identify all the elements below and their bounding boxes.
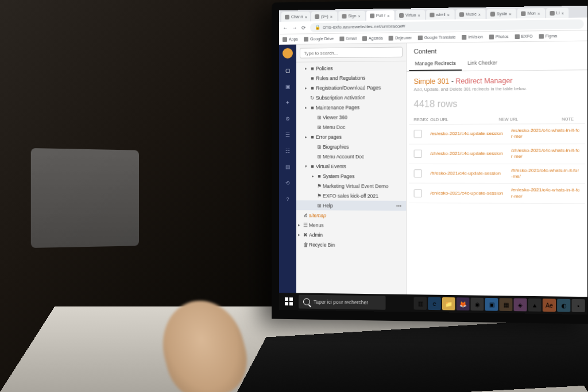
- node-actions-icon[interactable]: •••: [394, 203, 404, 208]
- bookmark-item[interactable]: Dejeuner: [389, 36, 412, 41]
- close-icon[interactable]: ×: [537, 11, 541, 15]
- regex-checkbox[interactable]: [414, 189, 422, 197]
- expand-icon[interactable]: ▸: [303, 66, 309, 71]
- expand-icon[interactable]: ▸: [296, 223, 302, 227]
- help-icon[interactable]: ?: [284, 195, 292, 203]
- browser-tab[interactable]: (9+)×: [311, 11, 337, 21]
- col-note[interactable]: NOTE: [562, 117, 581, 121]
- col-old-url[interactable]: OLD URL: [430, 117, 498, 122]
- close-icon[interactable]: ×: [447, 13, 451, 16]
- expand-icon[interactable]: ▸: [310, 174, 316, 178]
- close-icon[interactable]: ×: [330, 14, 334, 18]
- expand-icon[interactable]: ▾: [303, 164, 309, 169]
- regex-checkbox[interactable]: [414, 169, 422, 177]
- taskbar-app-icon[interactable]: ▣: [485, 298, 498, 311]
- bookmark-item[interactable]: Google Drive: [304, 36, 334, 41]
- tree-node[interactable]: ⚑EXFO sales kick-off 2021: [296, 191, 406, 201]
- content-section-icon[interactable]: ▢: [284, 67, 292, 75]
- taskbar-app-icon[interactable]: ▲: [528, 298, 541, 312]
- col-new-url[interactable]: NEW URL: [499, 117, 562, 122]
- close-icon[interactable]: ×: [387, 14, 390, 17]
- expand-icon[interactable]: ▸: [303, 105, 309, 110]
- expand-icon[interactable]: ▸: [303, 86, 309, 90]
- taskbar-search[interactable]: Taper ici pour rechercher: [299, 294, 386, 309]
- members-section-icon[interactable]: ☷: [284, 147, 292, 155]
- close-icon[interactable]: ×: [358, 14, 361, 17]
- tree-node[interactable]: ↻Subscription Activation: [296, 92, 406, 102]
- taskbar-app-icon[interactable]: ▪: [571, 299, 585, 312]
- bookmark-item[interactable]: Agenda: [362, 36, 383, 41]
- table-row[interactable]: /en/esko-2021/c4c-update-session/en/esko…: [409, 184, 585, 204]
- tree-node[interactable]: 🗎Help•••: [296, 200, 406, 211]
- browser-tab[interactable]: Li×: [546, 7, 569, 18]
- table-row[interactable]: /fr/esko-2021/c4c-update-session/fr/esko…: [409, 164, 585, 184]
- browser-tab[interactable]: Sign×: [338, 11, 365, 21]
- bookmark-item[interactable]: InVision: [462, 34, 483, 40]
- taskbar-edge-icon[interactable]: e: [428, 297, 441, 311]
- tree-node[interactable]: 🗎Menu Account Doc: [296, 152, 406, 161]
- regex-checkbox[interactable]: [414, 150, 422, 158]
- close-icon[interactable]: ×: [305, 15, 308, 18]
- close-icon[interactable]: ×: [509, 12, 512, 15]
- tree-node[interactable]: ▸■Policies: [296, 63, 406, 73]
- tree-node[interactable]: 🗑Recycle Bin: [296, 239, 406, 250]
- tree-node[interactable]: ▸■System Pages: [296, 171, 406, 181]
- bookmark-item[interactable]: Apps: [283, 37, 298, 41]
- taskbar-chrome-icon[interactable]: ◉: [471, 298, 484, 311]
- browser-tab[interactable]: Virtua×: [395, 10, 424, 20]
- gear-icon[interactable]: ⚙: [284, 115, 292, 123]
- taskbar-firefox-icon[interactable]: 🦊: [457, 297, 470, 311]
- bookmark-item[interactable]: Google Translate: [417, 35, 455, 40]
- close-icon[interactable]: ×: [418, 13, 421, 17]
- address-bar[interactable]: 🔒 cms-exfo.azurewebsites.net/umbraco/#/: [310, 19, 584, 32]
- tree-node[interactable]: ⚑Marketing Virtual Event Demo: [296, 181, 406, 191]
- table-row[interactable]: /zh/esko-2021/c4c-update-session/zh/esko…: [409, 144, 585, 164]
- bookmark-item[interactable]: Figma: [539, 33, 557, 38]
- tree-node[interactable]: ▸■Maintenance Pages: [296, 102, 406, 112]
- taskbar-app-icon[interactable]: ◈: [514, 298, 527, 312]
- col-regex[interactable]: REGEX: [414, 118, 431, 122]
- bookmark-item[interactable]: Gmail: [339, 36, 357, 41]
- tree-node[interactable]: 🗎Biographies: [296, 142, 406, 152]
- forms-section-icon[interactable]: ▤: [284, 163, 292, 171]
- start-button[interactable]: [281, 294, 296, 309]
- taskbar-app-icon[interactable]: Ae: [543, 298, 556, 312]
- browser-tab[interactable]: Chann×: [281, 11, 310, 22]
- tree-node[interactable]: ▸✖Admin: [296, 230, 406, 240]
- tree-node[interactable]: 🗎Menu Doc: [296, 122, 406, 132]
- close-icon[interactable]: ×: [478, 12, 482, 15]
- search-input[interactable]: [300, 47, 403, 59]
- tree-node[interactable]: ■Rules and Regulations: [296, 72, 406, 83]
- content-tab[interactable]: Manage Redirects: [409, 57, 462, 71]
- tree-node[interactable]: ▸■Registration/Download Pages: [296, 82, 406, 93]
- browser-tab[interactable]: wireli×: [426, 9, 454, 20]
- bookmark-item[interactable]: EXFO: [514, 34, 532, 39]
- bookmark-item[interactable]: Photos: [489, 34, 509, 40]
- back-icon[interactable]: ←: [283, 25, 288, 30]
- forward-icon[interactable]: →: [292, 25, 297, 30]
- tree-node[interactable]: 🗎Viewer 360: [296, 112, 406, 122]
- expand-icon[interactable]: ▸: [303, 134, 309, 139]
- browser-tab[interactable]: Mon×: [517, 8, 545, 18]
- content-tab[interactable]: Link Checker: [462, 56, 503, 71]
- settings-section-icon[interactable]: ✦: [284, 99, 292, 107]
- users-section-icon[interactable]: ☰: [284, 131, 292, 139]
- expand-icon[interactable]: ▸: [296, 232, 302, 237]
- taskbar-app-icon[interactable]: ▥: [414, 297, 427, 310]
- taskbar-app-icon[interactable]: ▦: [499, 298, 512, 311]
- taskbar-explorer-icon[interactable]: 📁: [442, 297, 455, 311]
- umbraco-logo-icon[interactable]: [283, 48, 293, 59]
- browser-tab[interactable]: Pull r×: [366, 10, 394, 21]
- tree-node[interactable]: ⋔sitemap: [296, 210, 406, 220]
- table-row[interactable]: /es/esko-2021/c4c-update-session/es/esko…: [409, 124, 585, 144]
- taskbar-app-icon[interactable]: ◐: [557, 299, 570, 312]
- sync-icon[interactable]: ⟲: [284, 179, 292, 187]
- tree-node[interactable]: ▸☰Menus: [296, 220, 406, 230]
- reload-icon[interactable]: ⟳: [301, 25, 307, 30]
- regex-checkbox[interactable]: [414, 130, 422, 138]
- close-icon[interactable]: ×: [562, 11, 565, 14]
- tree-node[interactable]: ▸■Error pages: [296, 131, 406, 142]
- tree-node[interactable]: ▾■Virtual Events: [296, 161, 406, 171]
- browser-tab[interactable]: Syste×: [486, 9, 516, 19]
- browser-tab[interactable]: Music×: [455, 9, 485, 20]
